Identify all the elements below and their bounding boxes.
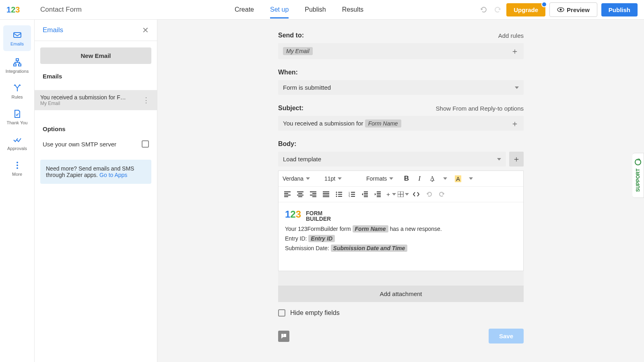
eye-icon (557, 6, 564, 13)
formats-select[interactable]: Formats (365, 174, 399, 183)
editor-toolbar-row2: 123 ＋ (279, 187, 523, 202)
rich-text-editor: Verdana 11pt Formats B I A A (278, 171, 524, 271)
body-chip-formname[interactable]: Form Name (353, 225, 388, 232)
subject-prefix: You received a submission for (283, 120, 365, 127)
body-chip-entryid[interactable]: Entry ID (308, 235, 335, 242)
nav-rules-label: Rules (0, 95, 34, 99)
insert-menu-icon[interactable]: ＋ (385, 189, 396, 200)
go-to-apps-link[interactable]: Go to Apps (99, 172, 127, 178)
subject-chip[interactable]: Form Name (365, 119, 401, 128)
outdent-icon[interactable] (359, 189, 370, 200)
add-attachment-button[interactable]: Add attachment (278, 286, 524, 302)
preview-button[interactable]: Preview (549, 2, 597, 17)
smtp-checkbox[interactable] (142, 140, 149, 148)
subject-field: Subject: Show From and Reply-to options … (278, 105, 524, 131)
smtp-option-row: Use your own SMTP server (40, 136, 151, 152)
publish-button[interactable]: Publish (601, 3, 638, 16)
new-email-button[interactable]: New Email (40, 47, 151, 64)
plus-icon[interactable]: ＋ (511, 48, 519, 54)
nav-thankyou-label: Thank You (0, 120, 34, 125)
dots-icon (0, 160, 34, 170)
when-value: Form is submitted (283, 84, 331, 91)
panel-header: Emails ✕ (35, 20, 157, 41)
when-select[interactable]: Form is submitted (278, 80, 524, 95)
support-label: SUPPORT (635, 169, 641, 192)
tab-results[interactable]: Results (342, 1, 363, 19)
tab-create[interactable]: Create (235, 1, 254, 19)
subject-input[interactable]: You received a submission for Form Name … (278, 116, 524, 131)
code-icon[interactable] (411, 189, 422, 200)
show-from-link[interactable]: Show From and Reply-to options (436, 105, 524, 112)
send-to-chip[interactable]: My Email (283, 47, 313, 55)
indent-icon[interactable] (372, 189, 383, 200)
align-center-icon[interactable] (295, 189, 306, 200)
kebab-icon[interactable]: ⋮ (141, 99, 151, 101)
nav-more[interactable]: More (0, 156, 34, 181)
align-left-icon[interactable] (282, 189, 293, 200)
tab-setup[interactable]: Set up (270, 1, 289, 19)
editor-undo-icon[interactable] (423, 189, 435, 200)
add-rules-link[interactable]: Add rules (498, 32, 524, 39)
bottom-row: ! Save (278, 329, 524, 343)
nav-thankyou[interactable]: Thank You (0, 104, 34, 130)
upgrade-button[interactable]: Upgrade (506, 3, 545, 16)
attachment-drop-zone[interactable] (278, 271, 524, 286)
email-item-title: You received a submission for F… (40, 94, 141, 101)
numbered-list-icon[interactable]: 123 (346, 189, 357, 200)
email-list-item[interactable]: You received a submission for F… My Emai… (35, 90, 157, 110)
when-field: When: Form is submitted (278, 69, 524, 95)
when-label: When: (278, 69, 298, 76)
upgrade-label: Upgrade (514, 6, 538, 13)
nav-emails-label: Emails (3, 41, 31, 46)
nav-rules[interactable]: Rules (0, 78, 34, 104)
svg-rect-5 (19, 64, 21, 66)
plus-icon[interactable]: ＋ (511, 121, 519, 126)
top-tabs: Create Set up Publish Results (235, 1, 363, 19)
support-tab[interactable]: SUPPORT (632, 153, 644, 198)
svg-point-8 (17, 167, 18, 169)
load-template-select[interactable]: Load template (278, 152, 506, 167)
close-icon[interactable]: ✕ (142, 25, 149, 35)
send-to-input[interactable]: My Email ＋ (278, 43, 524, 59)
body-line2-pre: Entry ID: (285, 235, 308, 242)
align-justify-icon[interactable] (320, 189, 332, 200)
nav-integrations-label: Integrations (0, 69, 34, 74)
font-size-select[interactable]: 11pt (324, 174, 364, 183)
body-chip-date[interactable]: Submission Date and Time (331, 245, 408, 252)
tab-publish[interactable]: Publish (305, 1, 326, 19)
chevron-down-icon (515, 86, 519, 89)
font-family-select[interactable]: Verdana (282, 174, 322, 183)
hide-empty-label: Hide empty fields (290, 309, 340, 317)
save-button[interactable]: Save (489, 329, 524, 343)
feedback-icon[interactable]: ! (278, 331, 289, 342)
form-title[interactable]: Contact Form (40, 6, 82, 14)
italic-icon[interactable]: I (414, 173, 425, 184)
bold-icon[interactable]: B (401, 173, 412, 184)
align-right-icon[interactable] (308, 189, 319, 200)
bg-color-icon[interactable]: A (452, 173, 464, 184)
info-box: Need more? Send emails and SMS through Z… (40, 160, 151, 184)
plus-icon[interactable]: ＋ (509, 152, 524, 167)
redo-icon[interactable] (493, 5, 502, 14)
email-item-subtitle: My Email (40, 101, 141, 106)
chevron-down-icon (306, 177, 310, 180)
nav-approvals[interactable]: Approvals (0, 130, 34, 156)
body-line1-post: has a new response. (388, 226, 442, 232)
svg-rect-3 (16, 59, 19, 61)
text-color-picker-icon[interactable] (440, 173, 451, 184)
panel-title: Emails (43, 26, 63, 34)
hide-empty-checkbox[interactable] (278, 309, 285, 317)
text-color-icon[interactable]: A (427, 173, 438, 184)
bullet-list-icon[interactable] (333, 189, 345, 200)
nav-emails[interactable]: Emails (3, 25, 31, 51)
preview-label: Preview (567, 6, 590, 13)
undo-icon[interactable] (479, 5, 489, 14)
table-icon[interactable] (398, 189, 409, 200)
editor-content[interactable]: 123 FORMBUILDER Your 123FormBuilder form… (279, 202, 523, 271)
bg-color-picker-icon[interactable] (465, 173, 477, 184)
nav-integrations[interactable]: Integrations (0, 53, 34, 78)
editor-redo-icon[interactable] (436, 189, 448, 200)
smtp-label: Use your own SMTP server (43, 141, 116, 148)
chevron-down-icon (338, 177, 342, 180)
checks-icon (0, 135, 34, 144)
